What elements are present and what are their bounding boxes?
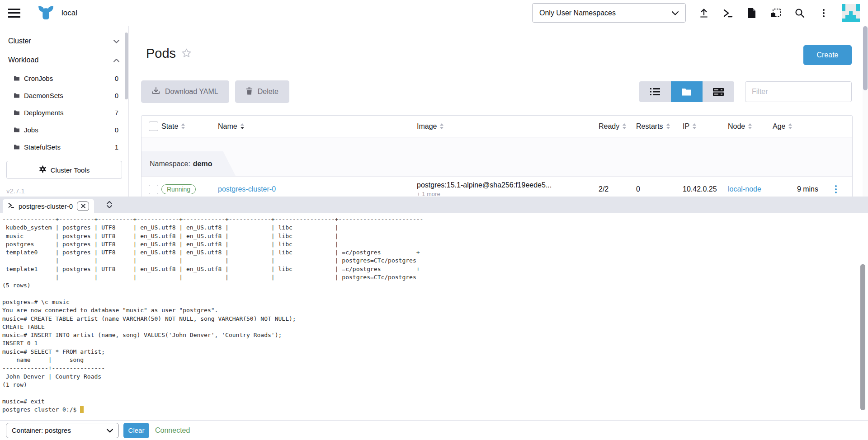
ip-cell: 10.42.0.25 <box>683 185 728 193</box>
sidebar-section-label: Cluster <box>8 37 31 45</box>
view-toggle-group <box>639 81 734 102</box>
rancher-logo-icon[interactable] <box>38 5 54 21</box>
page-scrollbar-thumb[interactable] <box>863 26 868 90</box>
node-link[interactable]: local-node <box>728 185 761 193</box>
group-gap-row <box>142 137 852 151</box>
sidebar-item-jobs[interactable]: Jobs 0 <box>0 121 128 138</box>
pods-table: State Name Image Ready Restarts <box>141 115 853 197</box>
namespace-filter-value: Only User Namespaces <box>539 9 616 17</box>
shell-footer-bar: Container: postgres Clear Connected <box>0 420 868 440</box>
image-more: + 1 more <box>417 191 599 197</box>
select-all-checkbox[interactable] <box>149 122 158 131</box>
sidebar-scrollbar[interactable] <box>125 33 128 99</box>
sidebar-section-label: Workload <box>8 56 38 64</box>
cluster-name: local <box>61 9 77 18</box>
gear-icon <box>39 165 47 174</box>
terminal-output-area[interactable]: ---------------+----------+----------+--… <box>0 213 868 420</box>
clear-button[interactable]: Clear <box>123 423 149 438</box>
download-yaml-label: Download YAML <box>165 88 218 96</box>
rancher-app: local Only User Namespaces <box>0 0 868 440</box>
container-select[interactable]: Container: postgres <box>6 423 119 438</box>
delete-label: Delete <box>258 88 278 96</box>
column-header-state[interactable]: State <box>161 122 218 131</box>
ready-cell: 2/2 <box>599 185 636 193</box>
hamburger-menu-icon[interactable] <box>8 9 20 18</box>
restarts-cell: 0 <box>636 185 683 193</box>
sidebar-section-workload[interactable]: Workload <box>0 51 128 70</box>
import-yaml-upload-icon[interactable] <box>698 7 710 19</box>
folder-icon <box>14 92 20 99</box>
page-title: Pods <box>146 46 176 61</box>
sidebar-item-statefulsets[interactable]: StatefulSets 1 <box>0 138 128 155</box>
sidebar-section-cluster[interactable]: Cluster <box>0 32 128 51</box>
sidebar: Cluster Workload CronJobs 0 DaemonSets 0… <box>0 26 129 197</box>
sort-arrows-icon <box>241 123 244 129</box>
image-cell: postgres:15.1-alpine@sha256:f19eede5... … <box>417 181 599 197</box>
delete-button[interactable]: Delete <box>235 80 289 103</box>
download-kubeconfig-file-icon[interactable] <box>746 7 758 19</box>
resource-count: 0 <box>115 75 118 82</box>
trash-icon <box>246 87 253 97</box>
namespace-value: demo <box>193 160 212 168</box>
age-cell: 9 mins <box>797 185 819 193</box>
namespace-filter-select[interactable]: Only User Namespaces <box>532 3 686 23</box>
chevron-down-icon <box>672 9 679 17</box>
namespace-label: Namespace: <box>150 160 190 168</box>
kubectl-shell-icon[interactable] <box>722 7 734 19</box>
sort-arrows-icon <box>748 123 752 129</box>
rancher-version: v2.7.1 <box>6 187 128 195</box>
row-checkbox[interactable] <box>149 185 158 194</box>
cluster-tools-button[interactable]: Cluster Tools <box>6 161 122 179</box>
resource-count: 1 <box>115 143 118 151</box>
sidebar-item-deployments[interactable]: Deployments 7 <box>0 104 128 121</box>
search-icon[interactable] <box>794 7 806 19</box>
resource-count: 7 <box>115 109 118 117</box>
resource-count: 0 <box>115 92 118 99</box>
download-yaml-button[interactable]: Download YAML <box>141 80 229 103</box>
namespace-tab: Namespace: demo <box>142 151 236 176</box>
column-header-ready[interactable]: Ready <box>599 122 636 131</box>
terminal-scrollbar-thumb[interactable] <box>860 264 865 410</box>
filter-input[interactable] <box>745 81 852 102</box>
view-flat-rows-button[interactable] <box>703 81 734 102</box>
resource-count: 0 <box>115 126 118 134</box>
shell-prompt-icon <box>8 202 14 211</box>
sidebar-item-label: Deployments <box>24 109 64 117</box>
top-bar: local Only User Namespaces <box>0 0 868 26</box>
sidebar-item-label: CronJobs <box>24 75 53 82</box>
view-list-button[interactable] <box>639 81 671 102</box>
shell-tab[interactable]: postgres-cluster-0 <box>3 199 94 213</box>
panel-resize-expander-icon[interactable] <box>106 201 113 209</box>
create-button[interactable]: Create <box>803 45 852 65</box>
page-scrollbar[interactable] <box>863 26 868 197</box>
sidebar-item-daemonsets[interactable]: DaemonSets 0 <box>0 87 128 104</box>
terminal-output: ---------------+----------+----------+--… <box>0 213 868 414</box>
shell-tab-title: postgres-cluster-0 <box>19 202 73 210</box>
close-shell-tab-button[interactable] <box>77 201 89 211</box>
sidebar-item-cronjobs[interactable]: CronJobs 0 <box>0 70 128 87</box>
sort-arrows-icon <box>788 123 792 129</box>
copy-kubeconfig-icon[interactable] <box>770 7 782 19</box>
column-header-ip[interactable]: IP <box>683 122 728 131</box>
favorite-star-icon[interactable] <box>182 48 191 59</box>
shell-panel: postgres-cluster-0 ---------------+-----… <box>0 197 868 420</box>
pod-name-link[interactable]: postgres-cluster-0 <box>218 185 276 193</box>
kebab-menu-icon[interactable] <box>818 7 830 19</box>
column-header-image[interactable]: Image <box>417 122 599 131</box>
column-header-restarts[interactable]: Restarts <box>636 122 683 131</box>
chevron-up-icon <box>113 56 119 64</box>
page-header: Pods <box>146 46 191 61</box>
user-avatar[interactable] <box>842 4 860 22</box>
column-header-name[interactable]: Name <box>218 122 417 131</box>
main-content: Pods Create Download YAML <box>129 26 868 197</box>
column-header-age[interactable]: Age <box>773 122 819 131</box>
sidebar-item-label: StatefulSets <box>24 143 61 151</box>
sort-arrows-icon <box>693 123 696 129</box>
column-header-node[interactable]: Node <box>728 122 773 131</box>
view-grouped-button[interactable] <box>671 81 703 102</box>
row-actions-kebab-icon[interactable] <box>835 185 837 193</box>
table-row: Running postgres-cluster-0 postgres:15.1… <box>142 177 852 197</box>
sort-arrows-icon <box>666 123 670 129</box>
cluster-tools-label: Cluster Tools <box>51 166 90 174</box>
folder-icon <box>14 75 20 82</box>
